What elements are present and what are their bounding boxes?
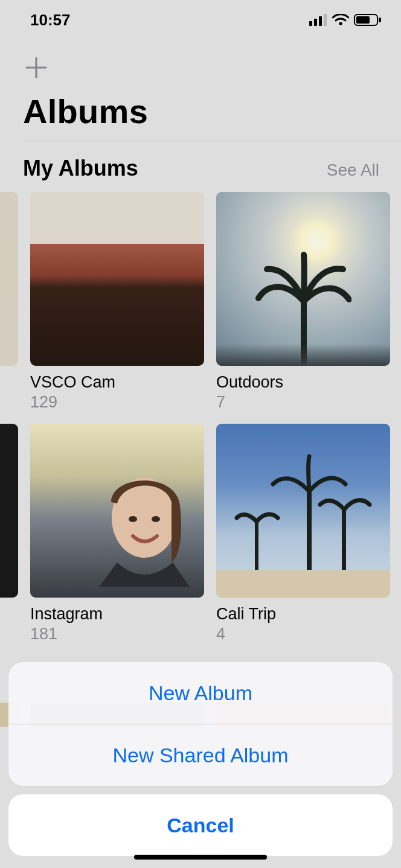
album-card[interactable] bbox=[0, 192, 18, 412]
cancel-button[interactable]: Cancel bbox=[8, 794, 393, 856]
svg-rect-0 bbox=[309, 21, 312, 26]
albums-row-1: VSCO Cam 129 Outdoors 7 bbox=[0, 192, 401, 412]
svg-rect-16 bbox=[255, 520, 258, 587]
album-card[interactable]: Instagram 181 bbox=[30, 424, 204, 643]
album-count: 181 bbox=[30, 625, 204, 643]
svg-point-13 bbox=[152, 516, 160, 522]
svg-rect-14 bbox=[307, 490, 312, 587]
action-sheet: New Album New Shared Album Cancel bbox=[8, 662, 393, 856]
album-count: 129 bbox=[30, 393, 204, 412]
album-thumb bbox=[30, 192, 204, 366]
svg-rect-3 bbox=[324, 14, 327, 26]
plus-icon bbox=[24, 56, 48, 80]
album-thumb bbox=[0, 424, 18, 598]
wifi-icon bbox=[332, 14, 349, 26]
battery-icon bbox=[354, 14, 382, 26]
status-time: 10:57 bbox=[30, 11, 71, 30]
status-bar: 10:57 bbox=[0, 0, 401, 36]
album-card[interactable] bbox=[0, 424, 18, 643]
palm-tree-icon bbox=[255, 251, 351, 366]
svg-rect-15 bbox=[342, 508, 346, 587]
navbar bbox=[0, 36, 401, 82]
photos-albums-screen: 10:57 bbox=[0, 0, 401, 868]
section-title: My Albums bbox=[23, 156, 138, 181]
action-sheet-cancel-group: Cancel bbox=[8, 794, 393, 856]
svg-rect-2 bbox=[319, 16, 322, 26]
album-title: Outdoors bbox=[216, 373, 390, 392]
album-title: Instagram bbox=[30, 605, 204, 624]
action-sheet-group: New Album New Shared Album bbox=[8, 662, 393, 786]
page-title: Albums bbox=[0, 82, 401, 141]
new-shared-album-button[interactable]: New Shared Album bbox=[8, 724, 393, 786]
album-thumb bbox=[30, 424, 204, 598]
svg-rect-1 bbox=[314, 19, 317, 26]
new-album-button[interactable]: New Album bbox=[8, 662, 393, 724]
see-all-link[interactable]: See All bbox=[327, 161, 379, 180]
svg-point-12 bbox=[129, 516, 137, 522]
status-indicators bbox=[309, 14, 382, 26]
album-card[interactable]: Outdoors 7 bbox=[216, 192, 390, 412]
home-indicator[interactable] bbox=[134, 855, 267, 860]
svg-point-4 bbox=[339, 22, 342, 25]
album-card[interactable]: Cali Trip 4 bbox=[216, 424, 390, 643]
albums-scroll[interactable]: VSCO Cam 129 Outdoors 7 bbox=[0, 192, 401, 727]
album-title: Cali Trip bbox=[216, 605, 390, 624]
album-count: 4 bbox=[216, 625, 390, 643]
album-thumb bbox=[216, 192, 390, 366]
cellular-icon bbox=[309, 14, 327, 26]
add-album-button[interactable] bbox=[22, 53, 51, 82]
album-count: 7 bbox=[216, 393, 390, 412]
album-title: VSCO Cam bbox=[30, 373, 204, 392]
svg-rect-6 bbox=[356, 16, 370, 24]
portrait-icon bbox=[99, 466, 190, 587]
albums-row-2: Instagram 181 bbox=[0, 424, 401, 643]
album-card[interactable]: VSCO Cam 129 bbox=[30, 192, 204, 412]
svg-rect-7 bbox=[379, 18, 381, 22]
section-header: My Albums See All bbox=[0, 141, 401, 192]
palms-icon bbox=[216, 424, 390, 598]
album-thumb bbox=[216, 424, 390, 598]
album-thumb bbox=[0, 192, 18, 366]
svg-rect-10 bbox=[301, 299, 307, 366]
